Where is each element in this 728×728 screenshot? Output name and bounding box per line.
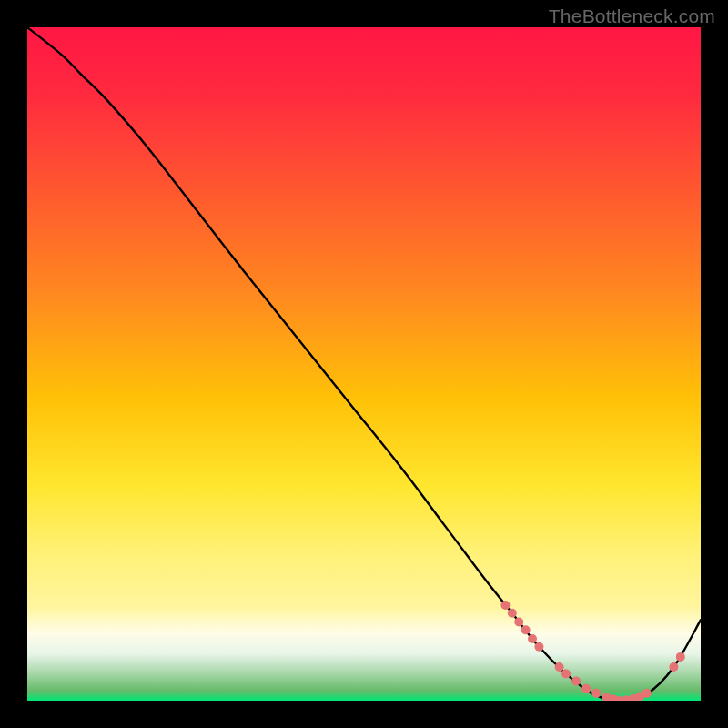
chart-svg: [27, 27, 701, 701]
marker-point: [571, 677, 581, 686]
marker-point: [514, 617, 523, 626]
marker-point: [555, 662, 564, 672]
marker-point: [561, 669, 571, 678]
marker-point: [676, 652, 685, 662]
marker-point: [521, 625, 531, 634]
marker-point: [500, 601, 510, 610]
marker-point: [581, 684, 591, 693]
chart-container: TheBottleneck.com: [0, 0, 728, 728]
marker-point: [592, 689, 601, 698]
marker-point: [669, 662, 678, 672]
marker-point: [528, 634, 537, 643]
chart-background: [27, 27, 701, 701]
marker-point: [508, 609, 517, 618]
watermark-text: TheBottleneck.com: [549, 5, 715, 27]
marker-point: [534, 642, 543, 652]
marker-point: [642, 689, 652, 698]
plot-area: [27, 27, 701, 701]
